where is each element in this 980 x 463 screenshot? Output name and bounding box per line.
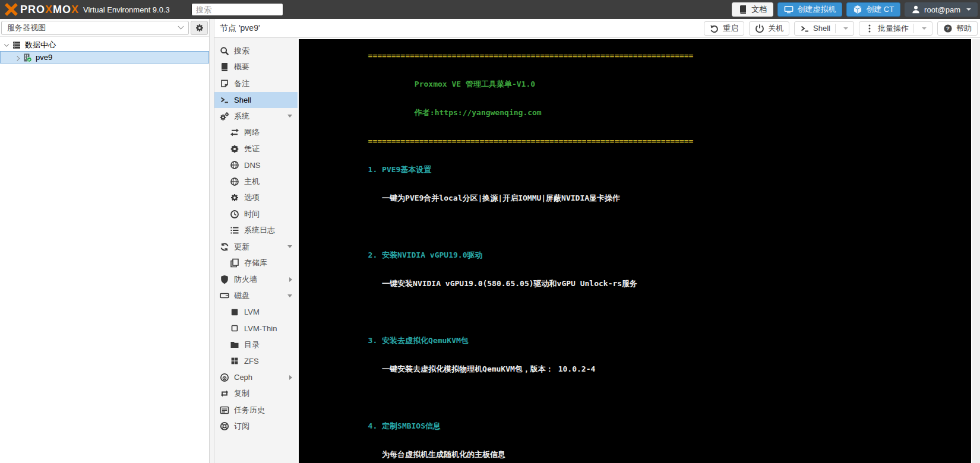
- nav-item[interactable]: 选项: [214, 190, 298, 207]
- nav-item-icon: [220, 389, 229, 398]
- terminal-line: 4. 定制SMBIOS信息: [303, 412, 971, 440]
- header-button[interactable]: root@pam: [905, 2, 978, 17]
- terminal-line-text: 为每台虚拟机生成随机化的主板信息: [368, 450, 505, 459]
- nav-item-icon: [220, 275, 229, 284]
- nav-item[interactable]: 系统日志: [214, 223, 298, 239]
- terminal-line: 3. 安装去虚拟化QemuKVM包: [303, 326, 971, 355]
- nav-item-icon: [230, 144, 239, 154]
- nav-item-label: Shell: [234, 96, 251, 104]
- nav-item[interactable]: 搜索: [214, 43, 298, 59]
- button-divider: [913, 24, 914, 33]
- nav-item[interactable]: 任务历史: [214, 402, 298, 418]
- header-button-label: 文档: [751, 4, 767, 15]
- terminal-line: Proxmox VE 管理工具菜单-V1.0: [303, 70, 971, 99]
- terminal-line-text: ========================================…: [368, 137, 694, 145]
- nav-item[interactable]: 时间: [214, 206, 298, 223]
- nav-item[interactable]: Ceph: [214, 369, 298, 386]
- nav-item-icon: [220, 112, 229, 121]
- nav-item-label: Ceph: [234, 373, 252, 382]
- header-button[interactable]: 文档: [732, 2, 773, 17]
- toolbar-button[interactable]: 帮助: [937, 21, 978, 36]
- nav-item[interactable]: 目录: [214, 337, 298, 353]
- terminal-line: ========================================…: [303, 42, 971, 70]
- tree-item[interactable]: pve9: [0, 51, 209, 64]
- terminal-line-text: 4. 定制SMBIOS信息: [368, 421, 441, 430]
- tree-expand-icon[interactable]: [15, 56, 20, 61]
- nav-item[interactable]: 主机: [214, 173, 298, 190]
- terminal-line-text: 2. 安装NVIDIA vGPU19.0驱动: [368, 250, 483, 259]
- shell-terminal[interactable]: ========================================…: [299, 39, 971, 463]
- header-button-label: root@pam: [924, 5, 960, 14]
- nav-item[interactable]: Shell: [214, 92, 298, 109]
- nav-item[interactable]: LVM: [214, 304, 298, 321]
- nav-item-label: 概要: [234, 62, 249, 72]
- nav-item-icon: [220, 405, 229, 415]
- nav-item-label: ZFS: [244, 357, 259, 366]
- terminal-scrollbar[interactable]: [971, 39, 980, 463]
- nav-item[interactable]: 网络: [214, 125, 298, 141]
- nav-item[interactable]: LVM-Thin: [214, 321, 298, 337]
- nav-item[interactable]: 概要: [214, 59, 298, 76]
- nav-item-label: 搜索: [234, 46, 249, 56]
- nav-item-icon: [230, 128, 239, 137]
- nav-item[interactable]: 防火墙: [214, 271, 298, 288]
- main-area: 服务器视图 数据中心: [0, 19, 980, 463]
- nav-item-icon: [220, 291, 229, 300]
- terminal-line: 一键为PVE9合并local分区|换源|开启IOMMU|屏蔽NVIDIA显卡操作: [303, 184, 971, 213]
- header-button[interactable]: 创建 CT: [846, 2, 900, 17]
- nav-item-label: 复制: [234, 388, 249, 399]
- nav-expand-icon: [289, 277, 292, 282]
- terminal-line-text: 一键安装去虚拟化模拟物理机QemuKVM包，版本： 10.0.2-4: [368, 364, 596, 373]
- nav-item-label: 存储库: [244, 258, 267, 268]
- nav-item-label: LVM-Thin: [244, 324, 277, 333]
- toolbar-button[interactable]: 重启: [704, 21, 744, 36]
- nav-item-icon: [230, 340, 239, 350]
- header-button[interactable]: 创建虚拟机: [777, 2, 842, 17]
- resource-tree: 数据中心 pve9: [0, 37, 209, 64]
- header-actions: 文档 创建虚拟机 创建 CT root@pam: [728, 2, 980, 17]
- nav-item-icon: [230, 177, 239, 186]
- caret-down-icon: [922, 27, 927, 30]
- nav-item[interactable]: DNS: [214, 157, 298, 174]
- toolbar-button-icon: [755, 24, 764, 33]
- toolbar-button-label: Shell: [813, 24, 830, 33]
- tree-item-icon: [12, 40, 21, 50]
- toolbar-button[interactable]: Shell: [794, 21, 854, 36]
- nav-item-label: 更新: [234, 242, 249, 252]
- nav-item-label: 网络: [244, 127, 260, 138]
- nav-item[interactable]: 存储库: [214, 255, 298, 272]
- nav-item-label: 目录: [244, 340, 260, 350]
- nav-item[interactable]: 系统: [214, 108, 298, 125]
- panel-splitter[interactable]: [210, 19, 214, 463]
- nav-item[interactable]: 凭证: [214, 141, 298, 157]
- nav-item-label: LVM: [244, 307, 260, 316]
- toolbar-button[interactable]: 关机: [749, 21, 789, 36]
- nav-item[interactable]: 更新: [214, 239, 298, 255]
- nav-item-icon: [230, 210, 239, 219]
- nav-item[interactable]: 订阅: [214, 418, 298, 435]
- terminal-line: [303, 298, 971, 326]
- view-selector[interactable]: 服务器视图: [1, 21, 189, 35]
- nav-item[interactable]: 磁盘: [214, 288, 298, 305]
- nav-item-label: 系统: [234, 111, 249, 122]
- tree-item[interactable]: 数据中心: [0, 39, 209, 51]
- nav-item-label: 备注: [234, 78, 249, 89]
- toolbar-button[interactable]: 批量操作: [859, 21, 932, 36]
- node-header: 节点 'pve9' 重启 关机: [214, 19, 980, 38]
- nav-item-label: 任务历史: [234, 405, 265, 416]
- nav-item[interactable]: 备注: [214, 75, 298, 92]
- caret-down-icon: [966, 8, 971, 11]
- header-button-icon: [784, 5, 794, 14]
- nav-item-label: 时间: [244, 209, 260, 220]
- terminal-line: 一键安装NVIDIA vGPU19.0(580.65.05)驱动和vGPU Un…: [303, 269, 971, 298]
- nav-item[interactable]: 复制: [214, 386, 298, 402]
- nav-item-icon: [220, 79, 229, 88]
- terminal-line: 2. 安装NVIDIA vGPU19.0驱动: [303, 241, 971, 269]
- top-header: PROXMOX Virtual Environment 9.0.3 文档 创建虚…: [0, 0, 980, 19]
- global-search-input[interactable]: [191, 3, 283, 16]
- toolbar-button-label: 批量操作: [878, 23, 909, 34]
- terminal-line: [303, 383, 971, 412]
- tree-settings-button[interactable]: [191, 21, 208, 35]
- tree-expand-icon[interactable]: [4, 42, 9, 46]
- nav-item[interactable]: ZFS: [214, 353, 298, 370]
